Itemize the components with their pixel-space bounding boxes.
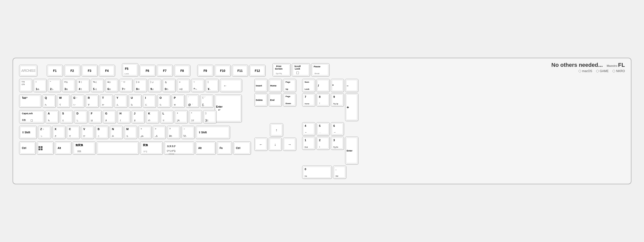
- key-g[interactable]: G き: [103, 110, 116, 123]
- key-x[interactable]: X さ: [52, 126, 65, 139]
- mode-game-radio[interactable]: [596, 70, 599, 72]
- key-katakana[interactable]: カタカナ ひらがな ㋕Cmd: [164, 141, 194, 155]
- key-np-multiply[interactable]: *: [331, 79, 344, 92]
- key-p[interactable]: P せ: [172, 95, 185, 108]
- key-tab[interactable]: Tab ⇆: [19, 95, 41, 108]
- key-backslash[interactable]: – \ ろ: [181, 126, 194, 139]
- key-np-enter[interactable]: Enter: [345, 137, 358, 164]
- mode-game[interactable]: GAME: [596, 69, 609, 73]
- key-np-4[interactable]: 4 ←: [302, 122, 315, 135]
- key-np-2[interactable]: 2 ↓: [316, 137, 330, 150]
- key-muhenkan[interactable]: 無変換 英数: [73, 141, 95, 155]
- key-np-1[interactable]: 1 End: [302, 137, 315, 150]
- key-ctrl-left[interactable]: Ctrl: [19, 141, 36, 155]
- key-numlock[interactable]: Num Lock: [302, 79, 315, 92]
- key-8[interactable]: ( ゆ 8 ゆ: [134, 79, 147, 92]
- key-arrow-down[interactable]: ↓: [269, 138, 282, 151]
- key-hankaku[interactable]: 半角全角: [19, 79, 32, 92]
- key-home[interactable]: Home: [269, 79, 282, 92]
- key-pause[interactable]: Pause Break: [311, 63, 329, 76]
- key-k[interactable]: K の: [146, 110, 159, 123]
- mode-nkro-radio[interactable]: [613, 70, 615, 72]
- key-c[interactable]: C そ: [67, 126, 80, 139]
- key-z[interactable]: Z っ っ: [38, 126, 51, 139]
- key-alt-left[interactable]: Alt: [55, 141, 71, 155]
- key-end[interactable]: End: [269, 93, 282, 106]
- key-y[interactable]: Y ん: [114, 95, 127, 108]
- mode-macos[interactable]: macOS: [579, 69, 592, 73]
- key-f1[interactable]: F1: [47, 65, 63, 76]
- key-delete[interactable]: Delete: [254, 93, 267, 106]
- key-f2[interactable]: F2: [64, 65, 80, 76]
- key-np-plus[interactable]: +: [345, 93, 358, 121]
- key-e[interactable]: E い い: [71, 95, 84, 108]
- key-slash[interactable]: ? / め: [167, 126, 180, 139]
- key-o[interactable]: O ら: [157, 95, 170, 108]
- key-m[interactable]: M も: [124, 126, 137, 139]
- key-np-3[interactable]: 3 Pg Dn: [331, 137, 344, 150]
- key-t[interactable]: T か: [100, 95, 113, 108]
- key-comma[interactable]: < , ね: [138, 126, 151, 139]
- key-3[interactable]: # あ 3 あ: [62, 79, 75, 92]
- key-f6[interactable]: F6: [139, 65, 155, 76]
- key-4[interactable]: $ う 4 う: [76, 79, 90, 92]
- key-np-5[interactable]: 5 —: [316, 122, 330, 135]
- key-win[interactable]: [37, 141, 54, 155]
- key-i[interactable]: I に: [143, 95, 156, 108]
- key-arrow-up[interactable]: ↑: [270, 123, 283, 136]
- key-caret[interactable]: ~ ^ へ: [191, 79, 204, 92]
- key-h[interactable]: H く: [117, 110, 130, 123]
- key-minus[interactable]: = – ほ: [177, 79, 190, 92]
- key-ctrl-right[interactable]: Ctrl: [233, 141, 251, 155]
- key-pagedown[interactable]: Page Down: [283, 93, 296, 106]
- key-7[interactable]: ' や 7 や: [119, 79, 133, 92]
- key-f9[interactable]: F9: [197, 65, 213, 76]
- key-bracket-open[interactable]: { 「 [ 。: [200, 95, 213, 108]
- key-np-8[interactable]: 8 ↑: [316, 93, 330, 106]
- key-1[interactable]: ! 1 ぬ: [33, 79, 47, 92]
- mode-nkro[interactable]: NKRO: [613, 69, 625, 73]
- key-f12[interactable]: F12: [249, 65, 265, 76]
- key-henkan[interactable]: 変換 かな: [140, 141, 163, 155]
- key-f11[interactable]: F11: [232, 65, 248, 76]
- key-a[interactable]: A ち: [46, 110, 59, 123]
- key-f5[interactable]: F5 Lock: [122, 63, 138, 76]
- key-printscreen[interactable]: PrintScreen Sys Rq: [272, 63, 291, 76]
- key-v[interactable]: V ひ: [81, 126, 94, 139]
- key-9[interactable]: ) よ 9 よ: [148, 79, 161, 92]
- key-s[interactable]: S と: [60, 110, 73, 123]
- key-bracket-close[interactable]: } ] む: [203, 110, 216, 123]
- key-b[interactable]: B こ: [95, 126, 108, 139]
- key-colon[interactable]: * : け: [189, 110, 202, 123]
- key-arrow-right[interactable]: →: [283, 138, 296, 151]
- key-j[interactable]: J ま: [132, 110, 145, 123]
- key-capslock[interactable]: CapsLock 英数: [19, 110, 44, 123]
- key-n[interactable]: N み: [110, 126, 123, 139]
- key-f7[interactable]: F7: [157, 65, 173, 76]
- key-period[interactable]: > . る: [153, 126, 166, 139]
- key-np-minus[interactable]: –: [345, 79, 358, 92]
- key-np-slash[interactable]: /: [316, 79, 330, 92]
- key-shift-left[interactable]: ⇧ Shift: [19, 126, 37, 139]
- key-f10[interactable]: F10: [215, 65, 231, 76]
- key-np-decimal[interactable]: . Del: [333, 166, 346, 179]
- key-5[interactable]: % え 5 え: [91, 79, 104, 92]
- key-6[interactable]: & お 6 お: [105, 79, 118, 92]
- key-arrow-left[interactable]: ←: [254, 138, 267, 151]
- mode-macos-radio[interactable]: [579, 70, 581, 72]
- key-backspace[interactable]: ←: [220, 79, 242, 92]
- key-np-0[interactable]: 0 Ins: [302, 166, 332, 179]
- key-scrolllock[interactable]: ScrollLock: [292, 63, 310, 76]
- key-0[interactable]: を 0 わ: [163, 79, 176, 92]
- key-f4[interactable]: F4: [99, 65, 115, 76]
- key-alt-right[interactable]: Alt: [195, 141, 216, 155]
- key-w[interactable]: W て: [57, 95, 70, 108]
- key-logo[interactable]: ARCHISS: [19, 65, 37, 76]
- key-f[interactable]: F は: [89, 110, 102, 123]
- key-semicolon[interactable]: + ; れ: [175, 110, 188, 123]
- key-2[interactable]: " 2 ふ: [48, 79, 61, 92]
- key-q[interactable]: Q た: [43, 95, 56, 108]
- key-u[interactable]: U な: [129, 95, 142, 108]
- key-np-9[interactable]: 9 Pg Up: [331, 93, 344, 106]
- key-pageup[interactable]: Page Up: [283, 79, 296, 92]
